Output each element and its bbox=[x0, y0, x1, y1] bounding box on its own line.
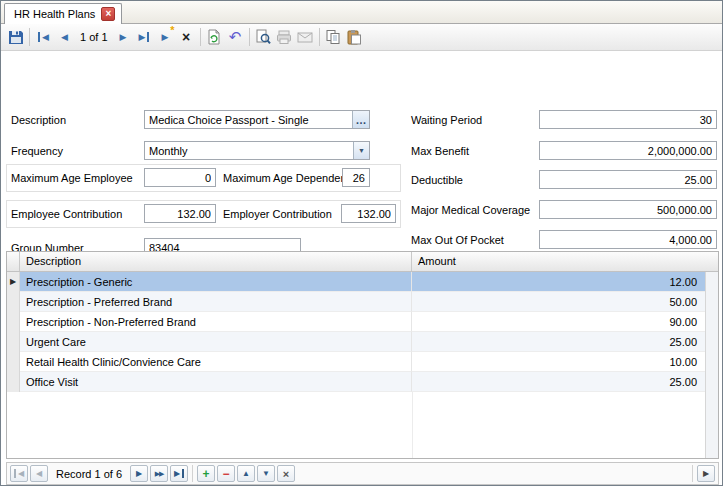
amount-cell[interactable]: 90.00 bbox=[412, 312, 705, 332]
max-out-of-pocket-input[interactable] bbox=[540, 231, 716, 248]
record-first-icon: ◀ bbox=[14, 469, 24, 478]
paste-button[interactable] bbox=[344, 26, 365, 48]
new-record-icon: ▶ bbox=[162, 32, 169, 42]
waiting-period-field bbox=[539, 110, 717, 129]
deductible-field bbox=[539, 170, 717, 189]
employee-contribution-input[interactable] bbox=[145, 205, 215, 222]
plus-icon: + bbox=[203, 467, 210, 481]
table-row[interactable]: ▶Prescription - Generic12.00 bbox=[7, 272, 705, 292]
scroll-right-icon: ▶ bbox=[703, 469, 709, 478]
description-field: … bbox=[144, 110, 370, 129]
amount-cell[interactable]: 12.00 bbox=[412, 272, 705, 292]
previous-record-button[interactable]: ◀ bbox=[54, 26, 75, 48]
delete-row-button[interactable]: − bbox=[217, 465, 235, 482]
footer-separator bbox=[692, 465, 693, 482]
first-record-button[interactable]: ◀ bbox=[33, 26, 54, 48]
description-cell[interactable]: Urgent Care bbox=[20, 332, 412, 352]
description-input[interactable] bbox=[145, 111, 352, 128]
max-benefit-input[interactable] bbox=[540, 142, 716, 159]
close-tab-button[interactable]: × bbox=[101, 7, 115, 21]
last-record-button[interactable]: ▶ bbox=[134, 26, 155, 48]
toolbar: ◀ ◀ 1 of 1 ▶ ▶ ▶* × ↶ bbox=[1, 24, 722, 51]
print-button[interactable] bbox=[274, 26, 295, 48]
new-record-button[interactable]: ▶* bbox=[155, 26, 176, 48]
amount-cell[interactable]: 25.00 bbox=[412, 332, 705, 352]
next-record-button[interactable]: ▶ bbox=[113, 26, 134, 48]
table-row[interactable]: Office Visit25.00 bbox=[7, 372, 705, 392]
amount-cell[interactable]: 10.00 bbox=[412, 352, 705, 372]
grid-body: ▶Prescription - Generic12.00Prescription… bbox=[7, 272, 705, 392]
print-preview-icon bbox=[255, 29, 271, 45]
description-cell[interactable]: Prescription - Non-Preferred Brand bbox=[20, 312, 412, 332]
description-cell[interactable]: Prescription - Generic bbox=[20, 272, 412, 292]
cancel-icon: × bbox=[283, 468, 289, 480]
table-row[interactable]: Urgent Care25.00 bbox=[7, 332, 705, 352]
tab-hr-health-plans[interactable]: HR Health Plans × bbox=[4, 3, 122, 24]
save-button[interactable] bbox=[5, 26, 26, 48]
maximum-age-employee-label: Maximum Age Employee bbox=[11, 172, 133, 184]
description-cell[interactable]: Prescription - Preferred Brand bbox=[20, 292, 412, 312]
deductible-input[interactable] bbox=[540, 171, 716, 188]
maximum-age-employee-input[interactable] bbox=[145, 169, 215, 186]
max-benefit-field bbox=[539, 141, 717, 160]
hscroll-right-button[interactable]: ▶ bbox=[697, 465, 715, 482]
paste-icon bbox=[346, 29, 362, 45]
frequency-field: ▼ bbox=[144, 141, 370, 160]
column-header-amount[interactable]: Amount bbox=[412, 252, 718, 271]
append-row-button[interactable]: + bbox=[197, 465, 215, 482]
previous-record-icon: ◀ bbox=[61, 32, 68, 42]
employer-contribution-label: Employer Contribution bbox=[223, 208, 332, 220]
email-button[interactable] bbox=[295, 26, 316, 48]
delete-record-button[interactable]: × bbox=[176, 26, 197, 48]
description-cell[interactable]: Retail Health Clinic/Convience Care bbox=[20, 352, 412, 372]
record-next-icon: ▶ bbox=[136, 469, 142, 478]
major-medical-coverage-label: Major Medical Coverage bbox=[411, 204, 530, 216]
refresh-button[interactable] bbox=[204, 26, 225, 48]
copy-button[interactable] bbox=[323, 26, 344, 48]
record-last-button[interactable]: ▶ bbox=[170, 465, 188, 482]
minus-icon: − bbox=[223, 467, 230, 481]
hr-health-plans-window: HR Health Plans × ◀ ◀ 1 of 1 ▶ ▶ ▶* × ↶ bbox=[0, 0, 723, 486]
printer-icon bbox=[276, 29, 292, 45]
move-down-button[interactable]: ▼ bbox=[257, 465, 275, 482]
amount-cell[interactable]: 25.00 bbox=[412, 372, 705, 392]
column-header-description[interactable]: Description bbox=[20, 252, 412, 271]
max-benefit-label: Max Benefit bbox=[411, 145, 469, 157]
next-record-icon: ▶ bbox=[120, 32, 127, 42]
save-icon bbox=[8, 29, 24, 45]
cancel-edit-button[interactable]: × bbox=[277, 465, 295, 482]
move-up-button[interactable]: ▲ bbox=[237, 465, 255, 482]
max-out-of-pocket-field bbox=[539, 230, 717, 249]
employer-contribution-field bbox=[341, 204, 396, 223]
record-prev-icon: ◀ bbox=[36, 469, 42, 478]
frequency-select[interactable] bbox=[145, 142, 353, 159]
description-cell[interactable]: Office Visit bbox=[20, 372, 412, 392]
table-row[interactable]: Retail Health Clinic/Convience Care10.00 bbox=[7, 352, 705, 372]
amount-cell[interactable]: 50.00 bbox=[412, 292, 705, 312]
major-medical-coverage-input[interactable] bbox=[540, 201, 716, 218]
caret-up-icon: ▲ bbox=[242, 469, 250, 478]
undo-button[interactable]: ↶ bbox=[225, 26, 246, 48]
envelope-icon bbox=[297, 29, 313, 45]
current-row-indicator: ▶ bbox=[7, 272, 20, 292]
grid-vertical-scrollbar[interactable] bbox=[705, 272, 718, 458]
record-first-button[interactable]: ◀ bbox=[10, 465, 28, 482]
record-prev-button[interactable]: ◀ bbox=[30, 465, 48, 482]
print-preview-button[interactable] bbox=[253, 26, 274, 48]
deductible-label: Deductible bbox=[411, 174, 463, 186]
description-lookup-button[interactable]: … bbox=[352, 111, 369, 128]
table-row[interactable]: Prescription - Preferred Brand50.00 bbox=[7, 292, 705, 312]
record-next-page-button[interactable]: ▶▶ bbox=[150, 465, 168, 482]
maximum-age-dependent-label: Maximum Age Dependent bbox=[223, 172, 350, 184]
grid-indicator-header bbox=[7, 252, 20, 271]
table-row[interactable]: Prescription - Non-Preferred Brand90.00 bbox=[7, 312, 705, 332]
employer-contribution-input[interactable] bbox=[342, 205, 395, 222]
maximum-age-dependent-input[interactable] bbox=[343, 169, 369, 186]
frequency-dropdown-button[interactable]: ▼ bbox=[353, 142, 369, 159]
maximum-age-employee-field bbox=[144, 168, 216, 187]
description-label: Description bbox=[11, 114, 66, 126]
record-next-button[interactable]: ▶ bbox=[130, 465, 148, 482]
waiting-period-label: Waiting Period bbox=[411, 114, 482, 126]
chevron-down-icon: ▼ bbox=[358, 147, 365, 154]
waiting-period-input[interactable] bbox=[540, 111, 716, 128]
